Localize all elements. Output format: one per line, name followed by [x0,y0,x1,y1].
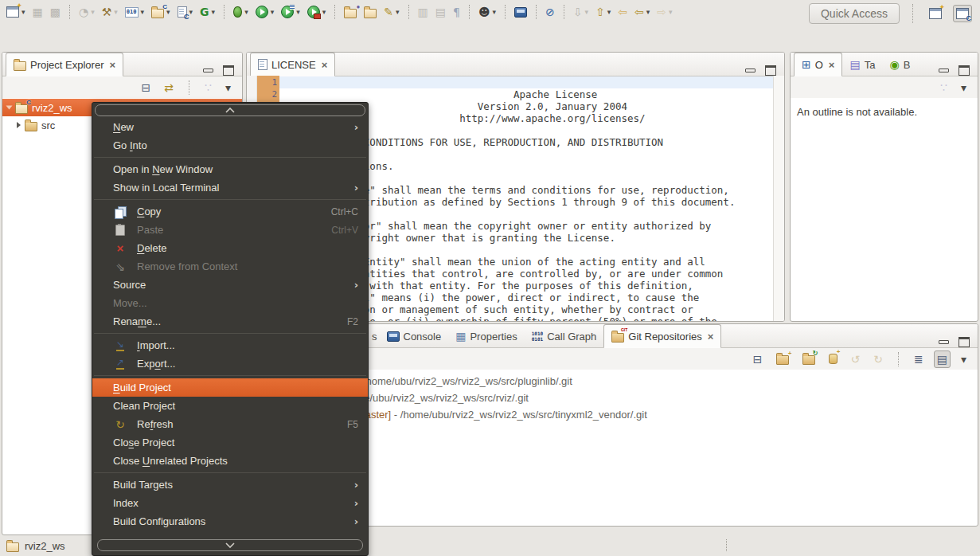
menu-scroll-down[interactable] [97,539,363,551]
menu-item-copy[interactable]: CopyCtrl+C [92,202,368,221]
open-perspective-button[interactable] [926,5,945,22]
menu-item-delete[interactable]: ×Delete [92,239,368,257]
tree-item-label: rviz2_ws [32,102,72,114]
window-buttons [195,65,242,76]
menu-item-export[interactable]: ↗Export... [92,354,368,373]
menu-item-source[interactable]: Source› [92,276,368,294]
add-repository-icon-badge: + [788,350,792,357]
copy-icon [118,206,127,217]
close-icon[interactable]: × [708,331,714,342]
view-menu-icon: ▾ [961,82,966,93]
menu-item-open-in-new-window[interactable]: Open in New Window [92,160,368,178]
filter-button[interactable]: ∵ [937,80,951,95]
export-icon: ↗ [116,358,124,370]
outline-message: An outline is not available. [791,98,978,126]
repo-row-pluginlib[interactable]: pluginlib [master] - /home/ubu/rviz2_ws/… [275,373,978,390]
submenu-arrow-icon: › [354,515,358,527]
tab-license[interactable]: LICENSE × [250,53,335,76]
menu-item-new[interactable]: New› [92,118,368,136]
menu-item-label: Build Configurations [113,515,354,527]
overview-ruler[interactable] [773,76,784,321]
minimize-icon[interactable] [745,69,755,72]
menu-item-label: Build Project [113,382,358,394]
repo-row-rviz[interactable]: rviz [master] - /home/ubu/rviz2_ws/rviz2… [275,390,978,406]
view-menu-button[interactable]: ▾ [958,352,970,366]
link-with-editor-button[interactable]: ⇄ [161,80,177,95]
menu-item-remove-from-context: ⇘Remove from Context [92,257,368,276]
tab-call-graph[interactable]: 10100101Call Graph [525,325,604,347]
collapse-all-button[interactable]: ⊟ [750,352,766,366]
call-graph-icon: 10100101 [532,331,543,342]
hierarchy-view-icon: ≣ [914,354,923,365]
tab-s[interactable]: s [369,325,380,347]
create-repository-button[interactable]: + [826,352,841,366]
tab-o[interactable]: ⊞O× [794,53,842,76]
clone-repository-button[interactable]: ↻ [799,351,818,366]
tab-ta[interactable]: ▤Ta [842,53,882,76]
menu-item-build-project[interactable]: Build Project [92,378,368,397]
menu-item-label: Close Project [113,437,358,448]
view-menu-button[interactable]: ▾ [222,80,234,95]
tab-console[interactable]: Console [380,325,449,347]
menu-item-index[interactable]: Index› [92,494,368,512]
menu-shortcut: F5 [347,419,358,430]
repo-path: - /home/ubu/rviz2_ws/rviz2_ws/src/plugin… [353,375,572,387]
menu-item-label: Clean Project [113,400,358,412]
filter-button[interactable]: ∵ [201,80,215,95]
tab-b[interactable]: ◉B [882,53,917,76]
tab-label: B [904,59,911,71]
menu-item-label: Export... [137,358,358,370]
close-icon[interactable]: × [109,60,115,70]
expander-open-icon[interactable] [6,106,13,110]
close-icon[interactable]: × [322,60,328,70]
menu-item-show-in-local-terminal[interactable]: Show in Local Terminal› [92,178,368,197]
menu-item-go-into[interactable]: Go Into [92,136,368,155]
expander-icon[interactable] [17,122,21,128]
minimize-icon[interactable] [203,69,213,72]
add-repository-button[interactable]: + [773,351,792,366]
menu-item-build-configurations[interactable]: Build Configurations› [92,512,368,531]
flat-view-button[interactable]: ▤ [934,350,951,368]
tab-properties[interactable]: ▦Properties [448,325,524,347]
menu-item-rename[interactable]: Rename...F2 [92,312,368,331]
minimize-icon[interactable] [939,340,949,344]
line-number: 2 [257,88,277,100]
menu-item-label: New [113,121,354,133]
menu-item-build-targets[interactable]: Build Targets› [92,476,368,494]
menu-item-import[interactable]: ↘Import... [92,336,368,354]
outline-icon: ⊞ [802,59,811,70]
view-menu-button[interactable]: ▾ [958,80,970,95]
toolbar-separator [912,4,913,23]
quick-access-button[interactable]: Quick Access [809,3,900,24]
tab-project-explorer[interactable]: Project Explorer × [6,53,123,76]
create-repository-icon-badge: + [837,349,841,355]
refresh-icon-box: ↻ [113,419,127,430]
menu-item-label: Remove from Context [137,260,358,272]
hierarchy-view-button[interactable]: ≣ [911,352,927,366]
import-icon: ↘ [116,339,124,351]
paste-icon [115,225,125,236]
collapse-all-button[interactable]: ⊟ [139,80,154,95]
remove-from-context-icon-box: ⇘ [113,261,127,272]
project-folder-icon-badge: C [26,100,31,106]
project-explorer-tabbar: Project Explorer × [2,53,242,76]
repo-row-tinyxml2-vendor[interactable]: tinyxml2_vendor [master] - /home/ubu/rvi… [275,406,978,423]
cpp-perspective-button[interactable] [953,5,972,22]
submenu-arrow-icon: › [354,279,358,291]
tab-label: Project Explorer [30,59,103,71]
menu-item-label: Rename... [113,315,347,327]
menu-separator [94,375,366,376]
menu-item-clean-project[interactable]: Clean Project [92,397,368,415]
menu-item-label: Index [113,497,354,509]
close-icon[interactable]: × [829,60,835,70]
maximize-icon[interactable] [959,337,970,347]
maximize-icon[interactable] [959,65,970,76]
minimize-icon[interactable] [939,69,949,72]
menu-item-refresh[interactable]: ↻RefreshF5 [92,415,368,433]
maximize-icon[interactable] [765,65,776,76]
menu-item-close-project[interactable]: Close Project [92,433,368,452]
tab-git-repositories[interactable]: GITGit Repositories× [603,324,721,348]
menu-scroll-up[interactable] [95,104,365,116]
menu-item-close-unrelated-projects[interactable]: Close Unrelated Projects [92,452,368,470]
maximize-icon[interactable] [223,65,234,76]
